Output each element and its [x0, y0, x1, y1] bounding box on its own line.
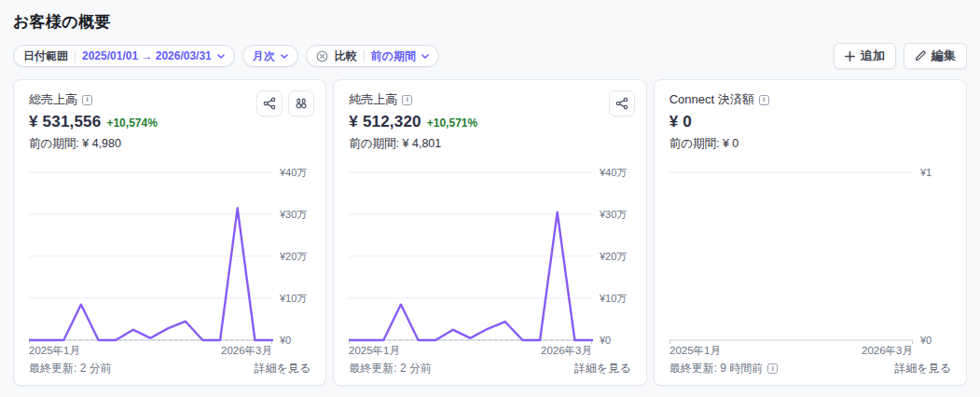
- last-updated-text: 最終更新: 2 分前: [349, 361, 432, 376]
- card-net-revenue: 純売上高 i ¥ 512,320 +10,571% 前の期間: ¥ 4,801 …: [333, 79, 646, 386]
- date-range-filter[interactable]: 日付範囲 2025/01/01 → 2026/03/31: [13, 45, 235, 67]
- info-square-icon[interactable]: i: [759, 95, 769, 105]
- card-title: Connect 決済額 i: [669, 91, 951, 108]
- info-square-icon[interactable]: i: [402, 95, 412, 105]
- card-title-text: 総売上高: [29, 91, 77, 108]
- share-button[interactable]: [256, 90, 283, 116]
- date-range-value: 2025/01/01 → 2026/03/31: [82, 49, 212, 62]
- granularity-value: 月次: [253, 48, 275, 64]
- card-value: ¥ 531,556: [29, 113, 101, 131]
- card-delta-badge: +10,571%: [427, 116, 477, 130]
- page-title: お客様の概要: [0, 0, 980, 41]
- add-button[interactable]: 追加: [834, 43, 896, 69]
- edit-button-label: 編集: [932, 48, 956, 64]
- add-button-label: 追加: [861, 48, 885, 64]
- pill-divider: [364, 50, 365, 62]
- granularity-filter[interactable]: 月次: [242, 45, 298, 67]
- last-updated-label: 最終更新: 9 時間前: [669, 361, 764, 376]
- filter-pills: 日付範囲 2025/01/01 → 2026/03/31 月次 比較 前の期間: [13, 45, 439, 67]
- line-chart: ¥0¥10万¥20万¥30万¥40万2025年1月2026年3月: [29, 159, 311, 361]
- card-value-row: ¥ 512,320 +10,571%: [349, 113, 630, 131]
- compare-label: 比較: [335, 48, 357, 64]
- pencil-icon: [915, 50, 926, 62]
- filter-toolbar: 日付範囲 2025/01/01 → 2026/03/31 月次 比較 前の期間: [0, 41, 980, 69]
- svg-text:¥30万: ¥30万: [599, 209, 627, 220]
- toolbar-actions: 追加 編集: [834, 43, 967, 69]
- card-action-buttons: [256, 90, 314, 116]
- card-connect-volume: Connect 決済額 i ¥ 0 前の期間: ¥ 0 ¥0¥12025年1月2…: [654, 79, 967, 386]
- previous-period-value: 前の期間: ¥ 4,801: [349, 136, 630, 152]
- chevron-down-icon: [281, 54, 288, 59]
- svg-text:¥1: ¥1: [919, 167, 932, 178]
- chevron-down-icon: [421, 54, 429, 59]
- plus-icon: [845, 51, 855, 62]
- binoculars-icon: [295, 97, 308, 110]
- examine-button[interactable]: [288, 90, 314, 116]
- circle-x-icon[interactable]: [316, 50, 328, 62]
- view-details-link[interactable]: 詳細を見る: [894, 361, 951, 376]
- svg-text:2025年1月: 2025年1月: [669, 345, 721, 356]
- svg-text:¥30万: ¥30万: [279, 209, 307, 220]
- date-range-label: 日付範囲: [23, 48, 68, 64]
- share-nodes-icon: [615, 97, 628, 110]
- svg-text:2026年3月: 2026年3月: [221, 345, 272, 356]
- svg-text:¥10万: ¥10万: [279, 293, 307, 304]
- info-square-icon[interactable]: i: [82, 95, 92, 105]
- svg-text:¥0: ¥0: [279, 335, 291, 346]
- card-title-text: Connect 決済額: [669, 91, 754, 108]
- edit-button[interactable]: 編集: [904, 43, 967, 69]
- svg-text:2026年3月: 2026年3月: [862, 345, 913, 356]
- svg-text:¥10万: ¥10万: [599, 293, 627, 304]
- previous-period-value: 前の期間: ¥ 4,980: [29, 136, 311, 152]
- card-action-buttons: [609, 90, 635, 116]
- svg-text:¥0: ¥0: [919, 335, 932, 346]
- line-chart: ¥0¥12025年1月2026年3月: [669, 159, 951, 361]
- metric-cards-row: 総売上高 i ¥ 531,556 +10,574% 前の期間: ¥ 4,980 …: [0, 69, 980, 386]
- svg-text:¥20万: ¥20万: [599, 251, 627, 262]
- last-updated-text: 最終更新: 9 時間前 i: [669, 361, 779, 376]
- svg-text:2025年1月: 2025年1月: [29, 345, 80, 356]
- card-value: ¥ 0: [669, 113, 692, 131]
- svg-text:2026年3月: 2026年3月: [541, 345, 592, 356]
- card-footer: 最終更新: 2 分前 詳細を見る: [349, 361, 630, 376]
- card-delta-badge: +10,574%: [106, 116, 157, 130]
- last-updated-text: 最終更新: 2 分前: [29, 361, 112, 376]
- compare-value: 前の期間: [371, 48, 416, 64]
- view-details-link[interactable]: 詳細を見る: [574, 361, 631, 376]
- chevron-down-icon: [217, 54, 225, 59]
- line-chart: ¥0¥10万¥20万¥30万¥40万2025年1月2026年3月: [349, 159, 630, 361]
- card-footer: 最終更新: 2 分前 詳細を見る: [29, 361, 311, 376]
- card-value-row: ¥ 0: [669, 113, 951, 131]
- info-square-icon[interactable]: i: [767, 363, 778, 374]
- svg-text:¥40万: ¥40万: [279, 167, 307, 178]
- compare-filter[interactable]: 比較 前の期間: [306, 45, 439, 67]
- svg-text:¥0: ¥0: [599, 335, 611, 346]
- card-value: ¥ 512,320: [349, 113, 421, 131]
- card-footer: 最終更新: 9 時間前 i 詳細を見る: [669, 361, 951, 376]
- card-title-text: 純売上高: [349, 91, 397, 108]
- svg-text:2025年1月: 2025年1月: [349, 345, 400, 356]
- view-details-link[interactable]: 詳細を見る: [255, 361, 311, 376]
- pill-divider: [75, 50, 76, 62]
- previous-period-value: 前の期間: ¥ 0: [669, 136, 951, 152]
- card-title: 純売上高 i: [349, 91, 630, 108]
- share-button[interactable]: [609, 90, 635, 116]
- share-nodes-icon: [263, 97, 276, 110]
- svg-text:¥40万: ¥40万: [599, 167, 627, 178]
- card-gross-revenue: 総売上高 i ¥ 531,556 +10,574% 前の期間: ¥ 4,980 …: [13, 79, 326, 386]
- svg-text:¥20万: ¥20万: [279, 251, 307, 262]
